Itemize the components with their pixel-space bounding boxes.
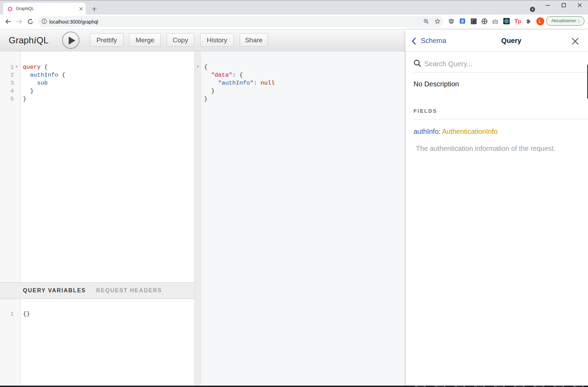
svg-text:UO: UO	[450, 20, 453, 22]
